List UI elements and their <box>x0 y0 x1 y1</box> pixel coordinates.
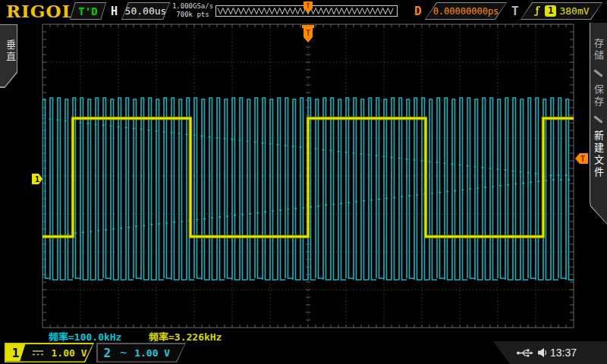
usb-icon <box>516 348 534 358</box>
top-status-bar: RIGOL T'D H 50.00us 1.000GSa/s 700k pts … <box>0 0 607 23</box>
channel-1-badge: 1 <box>6 344 26 362</box>
dc-coupling-icon <box>32 348 44 357</box>
delay-box: 0.00000000ps <box>425 2 507 20</box>
channel-2-scale: 1.00 V <box>134 347 170 359</box>
bottom-status-bar: 1 1.00 V 2 ~ 1.00 V <box>0 341 607 364</box>
delay-value: 0.00000000ps <box>433 6 499 17</box>
trigger-label: T <box>511 4 519 18</box>
trigger-edge-icon <box>533 5 542 18</box>
channel-2-status[interactable]: 2 ~ 1.00 V <box>96 343 186 362</box>
sample-rate-value: 1.000GSa/s <box>171 2 214 11</box>
memory-trigger-label: T <box>307 3 310 10</box>
ch1-waveform <box>42 118 574 237</box>
ac-coupling-icon: ~ <box>120 346 127 359</box>
memory-depth-value: 700k pts <box>171 11 214 19</box>
timebase-value: 50.00us <box>125 5 167 17</box>
trigger-level-label: T <box>580 155 585 163</box>
rigol-logo: RIGOL <box>6 1 75 21</box>
trigger-position-marker-bar[interactable] <box>302 25 314 28</box>
trigger-status-text: T'D <box>78 5 97 17</box>
memory-position-bar[interactable]: T <box>215 1 401 19</box>
ch1-zero-label: 1 <box>35 175 39 184</box>
trigger-status-badge: T'D <box>70 2 106 20</box>
sample-rate-block: 1.000GSa/s 700k pts <box>171 2 214 19</box>
trigger-settings-box[interactable]: 1 380mV <box>521 2 602 20</box>
channel-1-scale: 1.00 V <box>52 347 87 359</box>
waveform-display: T1T <box>0 24 607 328</box>
system-status-area: 13:37 <box>484 341 607 364</box>
timebase-box[interactable]: 50.00us <box>121 2 170 20</box>
horizontal-label: H <box>111 5 118 18</box>
trigger-source-badge: 1 <box>545 5 556 17</box>
channel-2-badge: 2 <box>104 346 112 360</box>
delay-label: D <box>414 4 422 18</box>
oscilloscope-screen: RIGOL T'D H 50.00us 1.000GSa/s 700k pts … <box>0 0 607 364</box>
beeper-icon <box>537 347 547 358</box>
trigger-level-value: 380mV <box>559 5 589 17</box>
trigger-position-label: T <box>306 29 310 37</box>
clock: 13:37 <box>550 347 577 359</box>
channel-1-status[interactable]: 1 1.00 V <box>5 343 94 362</box>
